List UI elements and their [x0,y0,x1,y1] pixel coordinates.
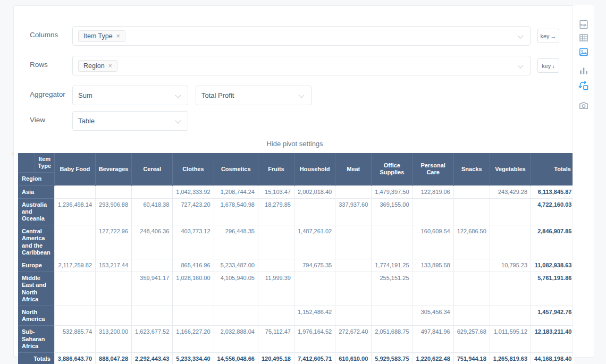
pivot-cell: 1,479,397.50 [372,185,413,198]
pivot-cell [96,272,132,306]
pivot-cell [490,198,531,225]
sql-button[interactable]: SQL [578,19,590,30]
pivot-cell: 2,051,688.75 [372,326,413,353]
pivot-cell: 133,895.58 [413,259,453,272]
corner-blank-cell [18,153,35,172]
aggregator-control-row: Aggregator Sum Total Profit [14,86,593,105]
view-select[interactable]: Table [72,111,188,131]
pivot-cell: 727,423.20 [173,198,214,225]
pivot-row: Central America and the Caribbean127,722… [18,225,575,259]
pivot-cell: 1,028,160.00 [173,272,214,306]
pivot-cell: 75,112.47 [258,326,294,353]
pivot-cell [335,272,372,306]
rows-tag-label: Region [83,62,105,70]
pivot-cell [294,272,335,306]
pivot-cell [96,306,132,325]
pivot-cell: 532,885.74 [54,326,95,353]
pivot-cell [413,272,453,306]
pivot-cell: 2,032,888.04 [214,326,258,353]
pivot-cell: 120,495.18 [258,352,294,364]
rows-select[interactable]: Region × [72,56,531,75]
chevron-down-icon [517,32,523,38]
hide-pivot-settings-wrap: Hide pivot settings [18,139,571,148]
pivot-cell: 15,103.47 [258,185,294,198]
totals-column-header: Totals [531,153,575,185]
image-icon [578,47,589,57]
pivot-cell: 1,236,498.14 [54,198,95,225]
row-total-cell: 2,846,907.85 [531,225,575,259]
pivot-cell: 794,675.35 [294,259,335,272]
pivot-cell: 497,841.96 [413,326,453,353]
arrow-right-icon: → [551,33,557,39]
pivot-cell: 248,406.36 [132,225,173,259]
pivot-cell: 313,200.00 [96,326,132,353]
pivot-cell [335,259,372,272]
aggregator-label: Aggregator [30,90,65,98]
pivot-cell: 293,906.88 [96,198,132,225]
pivot-table-button[interactable] [578,80,590,91]
pivot-cell [490,225,531,259]
chart-button[interactable] [578,65,590,77]
table-view-button[interactable] [578,32,590,44]
snapshot-button[interactable] [578,100,590,112]
pivot-cell: 4,105,940.05 [214,272,258,306]
row-label: Australia and Oceania [18,198,54,225]
aggregator-arg-select[interactable]: Total Profit [196,86,312,105]
pivot-table-head: Item Type Baby FoodBeveragesCerealClothe… [18,153,575,185]
rows-key-sort-button[interactable]: key↓ [537,58,559,73]
column-header-clothes: Clothes [173,153,214,185]
pivot-cell: 1,220,622.48 [413,352,453,364]
columns-key-sort-button[interactable]: key→ [537,29,559,43]
row-total-cell: 11,082,938.63 [531,259,575,272]
row-axis-label: Region [18,172,54,185]
pivot-cell: 403,773.12 [173,225,214,259]
pivot-cell: 272,672.40 [335,326,372,353]
columns-tag-label: Item Type [83,32,113,40]
pivot-row: North America1,152,486.42305,456.341,457… [18,306,575,325]
pivot-cell: 751,944.18 [453,352,490,364]
pivot-cell [132,259,173,272]
rows-tag[interactable]: Region × [78,60,117,72]
aggregator-select[interactable]: Sum [72,86,188,105]
column-header-beverages: Beverages [96,153,132,185]
key-label: key [540,33,549,39]
pivot-cell: 5,233,334.40 [173,352,214,364]
camera-icon [578,100,589,111]
pivot-cell [453,198,490,225]
pivot-cell [335,185,372,198]
pivot-cell: 1,623,677.52 [132,326,173,353]
column-header-cosmetics: Cosmetics [214,153,258,185]
pivot-row: Asia1,042,333.921,208,744.2415,103.472,0… [18,185,575,198]
pivot-row: Australia and Oceania1,236,498.14293,906… [18,198,575,225]
pivot-cell [173,306,214,325]
pivot-cell: 243,429.28 [490,185,531,198]
columns-select[interactable]: Item Type × [72,26,531,46]
column-header-personal-care: Personal Care [413,153,453,185]
aggregator-value: Sum [78,91,92,99]
visualization-view-button[interactable] [578,46,590,58]
view-control-row: View Table [14,111,593,131]
pivot-cell [372,225,413,259]
tag-remove-icon[interactable]: × [116,33,120,39]
pivot-cell: 1,042,333.92 [173,185,214,198]
pivot-cell [453,259,490,272]
pivot-cell: 629,257.68 [453,326,490,353]
column-axis-label: Item Type [35,153,54,172]
hide-pivot-settings-link[interactable]: Hide pivot settings [266,140,323,148]
tag-remove-icon[interactable]: × [108,63,112,69]
pivot-cell: 610,610.00 [335,352,372,364]
table-icon [578,32,589,43]
columns-control-row: Columns Item Type × key→ [14,26,593,46]
pivot-cell: 122,819.06 [413,185,453,198]
column-header-household: Household [294,153,335,185]
pivot-cell [258,259,294,272]
row-total-cell: 6,113,845.87 [531,185,575,198]
pivot-cell: 1,678,540.98 [214,198,258,225]
pivot-cell [372,306,413,325]
pivot-cell [54,272,95,306]
column-header-fruits: Fruits [258,153,294,185]
pivot-row: Middle East and North Africa359,941.171,… [18,272,575,306]
columns-tag[interactable]: Item Type × [78,30,125,42]
pivot-cell [294,198,335,225]
pivot-cell: 865,416.96 [173,259,214,272]
